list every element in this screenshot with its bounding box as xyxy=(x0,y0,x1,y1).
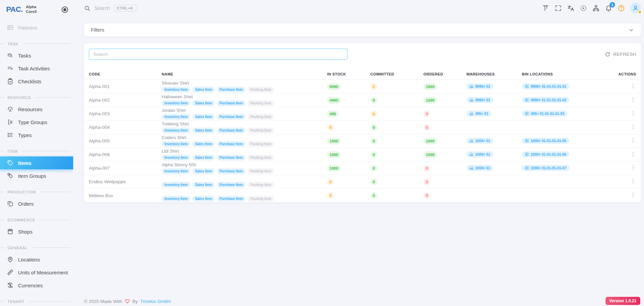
sidebar-collapse-toggle-icon[interactable] xyxy=(62,6,68,13)
in-stock-pill: 0 xyxy=(327,124,334,131)
sidebar-item-currencies[interactable]: Currencies xyxy=(0,279,73,292)
translate-icon[interactable] xyxy=(567,4,575,12)
row-actions-kebab-icon[interactable] xyxy=(630,150,636,158)
ordered-pill: 0 xyxy=(423,124,430,131)
item-type-badge-purchase-item: Purchase Item xyxy=(217,168,245,174)
table-row: Alpha-006Lidl ShirtInventory ItemSales I… xyxy=(84,148,641,162)
warehouse-chip[interactable]: 1000× 01 xyxy=(466,138,493,144)
item-type-badge-sales-item: Sales Item xyxy=(192,100,214,106)
item-type-badge-packing-item: Packing Item xyxy=(247,100,274,106)
in-stock-pill: 0 xyxy=(327,178,334,185)
row-actions-kebab-icon[interactable] xyxy=(630,82,636,90)
sidebar-item-units-of-measurement[interactable]: Units of Measurement xyxy=(0,266,73,279)
refresh-label: REFRESH xyxy=(613,52,636,57)
ordered-cell: 1000 xyxy=(423,97,466,104)
item-type-badge-purchase-item: Purchase Item xyxy=(217,114,245,120)
warehouse-chip[interactable]: 4990× 01 xyxy=(466,97,493,103)
item-code: Mittlere Box xyxy=(89,193,162,198)
bin-icon xyxy=(525,112,529,116)
item-type-badge-inventory-item: Inventory Item xyxy=(162,182,190,188)
committed-pill: 0 xyxy=(370,138,377,144)
bin-location-chip[interactable]: 1000× 01-01-01-01-07 xyxy=(522,165,569,171)
sidebar-item-types[interactable]: Types xyxy=(0,129,73,141)
sidebar-section-item: ITEM xyxy=(0,141,73,156)
bin-location-chip[interactable]: 495× 01-01-01-01-03 xyxy=(522,111,567,117)
row-actions-kebab-icon[interactable] xyxy=(630,191,636,199)
warehouse-chip[interactable]: 1000× 01 xyxy=(466,151,493,157)
warehouse-chip[interactable]: 9990× 01 xyxy=(466,83,493,89)
item-type-badges: Inventory ItemSales ItemPurchase ItemPac… xyxy=(162,100,327,106)
sidebar-item-task-activities[interactable]: Task Activities xyxy=(0,62,73,75)
fullscreen-icon[interactable] xyxy=(554,4,562,12)
column-header-ordered: ORDERED xyxy=(423,72,466,76)
bin-location-chip[interactable]: 1000× 01-01-01-01-05 xyxy=(522,138,569,144)
item-type-badge-purchase-item: Purchase Item xyxy=(217,141,245,147)
row-actions-kebab-icon[interactable] xyxy=(630,136,636,144)
bin-location-chip[interactable]: 4990× 01-01-01-01-02 xyxy=(522,97,569,103)
sidebar-item-resources[interactable]: Resources xyxy=(0,103,73,116)
item-code: Alpha-005 xyxy=(89,138,162,143)
brightness-icon[interactable] xyxy=(580,4,587,12)
actions-cell xyxy=(630,164,636,173)
bin-location-chip[interactable]: 9990× 01-01-01-01-01 xyxy=(522,83,569,89)
item-type-badge-packing-item: Packing Item xyxy=(247,128,274,133)
status-dot xyxy=(638,10,642,14)
row-actions-kebab-icon[interactable] xyxy=(630,177,636,185)
in-stock-pill: 1000 xyxy=(327,165,341,172)
table-row: Alpha-007Alpha Skinny 500Inventory ItemS… xyxy=(84,162,641,175)
footer: © 2025 Made With By Trizelos GmbH xyxy=(84,299,171,304)
ordered-pill: 0 xyxy=(423,178,430,185)
help-icon[interactable] xyxy=(617,4,625,12)
align-top-icon[interactable] xyxy=(542,4,549,12)
warehouse-label: 1000× 01 xyxy=(475,152,490,156)
item-name-cell: Coders ShirtInventory ItemSales ItemPurc… xyxy=(162,135,327,147)
item-type-badge-purchase-item: Purchase Item xyxy=(217,155,245,160)
bell-icon[interactable]: 1 xyxy=(605,4,612,12)
sidebar-item-type-groups[interactable]: Type Groups xyxy=(0,116,73,129)
committed-pill: 0 xyxy=(370,192,377,199)
table-toolbar: REFRESH xyxy=(84,49,641,60)
warehouse-chip[interactable]: 495× 01 xyxy=(466,111,491,117)
sidebar-item-locations[interactable]: Locations xyxy=(0,253,73,266)
committed-pill: 0 xyxy=(370,165,377,172)
bin-location-chip[interactable]: 1000× 01-01-01-01-06 xyxy=(522,151,569,157)
column-header-in-stock: IN STOCK xyxy=(327,72,370,76)
global-search[interactable]: Search CTRL+K xyxy=(84,5,136,12)
row-actions-kebab-icon[interactable] xyxy=(630,164,636,172)
table-row: Alpha-003Jordan ShirtInventory ItemSales… xyxy=(84,107,641,121)
refresh-button[interactable]: REFRESH xyxy=(605,52,636,57)
sidebar-item-shops[interactable]: Shops xyxy=(0,225,73,238)
sidebar-item-partners[interactable]: Partners xyxy=(0,21,73,34)
sidebar-item-tasks[interactable]: Tasks xyxy=(0,49,73,62)
bin-icon xyxy=(525,139,529,143)
sitemap-icon[interactable] xyxy=(592,4,600,12)
row-actions-kebab-icon[interactable] xyxy=(630,96,636,104)
app-shell: PAC. Alpha CoreX PartnersTASKTasksTask A… xyxy=(0,0,644,306)
committed-cell: 0 xyxy=(370,97,423,104)
in-stock-pill: 495 xyxy=(327,111,338,117)
app-logo: PAC. xyxy=(6,5,23,14)
sidebar-item-items[interactable]: Items xyxy=(0,156,73,169)
sidebar-item-orders[interactable]: Orders xyxy=(0,197,73,210)
item-type-badge-inventory-item: Inventory Item xyxy=(162,128,190,133)
user-avatar[interactable] xyxy=(630,3,641,14)
items-table-card: REFRESH CODENAMEIN STOCKCOMMITTEDORDERED… xyxy=(84,43,641,202)
company-link[interactable]: Trizelos GmbH xyxy=(140,299,171,304)
bin-icon xyxy=(525,166,529,170)
filters-panel[interactable]: Filters xyxy=(84,23,641,36)
sidebar: PAC. Alpha CoreX PartnersTASKTasksTask A… xyxy=(0,0,73,306)
item-name: Halloween Shirt xyxy=(162,94,327,99)
row-actions-kebab-icon[interactable] xyxy=(630,109,636,117)
warehouse-icon xyxy=(469,112,473,116)
sidebar-item-label: Type Groups xyxy=(18,119,47,125)
table-search-input[interactable] xyxy=(89,49,348,60)
warehouse-chip[interactable]: 1000× 01 xyxy=(466,165,493,171)
actions-cell xyxy=(630,177,636,187)
sidebar-item-label: Shops xyxy=(18,229,33,235)
sidebar-section-label: RESOURCE xyxy=(7,96,31,100)
sidebar-item-item-groups[interactable]: Item Groups xyxy=(0,169,73,182)
row-actions-kebab-icon[interactable] xyxy=(630,123,636,131)
sidebar-item-checklists[interactable]: Checklists xyxy=(0,75,73,88)
item-type-badge-inventory-item: Inventory Item xyxy=(162,87,190,92)
ordered-cell: 1000 xyxy=(423,138,466,144)
